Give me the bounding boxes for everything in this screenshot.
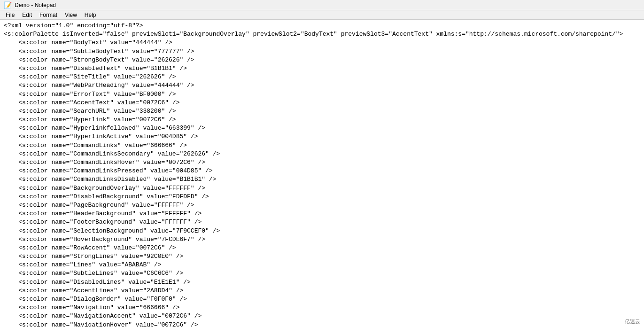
xml-line: <s:color name="DisabledLines" value="E1E… (4, 278, 640, 287)
xml-line: <s:color name="Navigation" value="666666… (4, 304, 640, 312)
xml-line: <s:color name="SelectionBackground" valu… (4, 227, 640, 235)
xml-line: <s:color name="DisabledText" value="B1B1… (4, 64, 640, 73)
xml-line: <s:color name="StrongLines" value="92C0E… (4, 252, 640, 261)
xml-line: <s:color name="AccentLines" value="2A8DD… (4, 287, 640, 295)
xml-line: <s:color name="BackgroundOverlay" value=… (4, 184, 640, 193)
xml-line: <s:color name="NavigationHover" value="0… (4, 321, 640, 327)
xml-line: <s:color name="CommandLinksHover" value=… (4, 158, 640, 167)
watermark: 亿速云 (625, 318, 640, 325)
xml-line: <s:color name="SiteTitle" value="262626"… (4, 73, 640, 81)
xml-line: <s:color name="DisabledBackground" value… (4, 193, 640, 201)
xml-line: <s:color name="PageBackground" value="FF… (4, 201, 640, 210)
xml-line: <s:color name="Hyperlinkfollowed" value=… (4, 124, 640, 132)
xml-line: <s:color name="HyperlinkActive" value="0… (4, 132, 640, 141)
menu-file[interactable]: File (2, 10, 18, 20)
xml-line: <s:color name="CommandLinksDisabled" val… (4, 175, 640, 184)
xml-line: <s:color name="SubtleLines" value="C6C6C… (4, 269, 640, 278)
xml-line: <s:color name="RowAccent" value="0072C6"… (4, 244, 640, 252)
menu-view[interactable]: View (61, 10, 81, 20)
xml-line: <s:color name="Lines" value="ABABAB" /> (4, 261, 640, 269)
xml-line: <s:color name="NavigationAccent" value="… (4, 312, 640, 320)
xml-line: <?xml version="1.0" encoding="utf-8"?> (4, 22, 640, 30)
notepad-icon: 📝 (4, 1, 12, 9)
menu-format[interactable]: Format (36, 10, 61, 20)
xml-line: <s:color name="StrongBodyText" value="26… (4, 56, 640, 64)
xml-line: <s:color name="CommandLinksSecondary" va… (4, 150, 640, 158)
xml-line: <s:color name="Hyperlink" value="0072C6"… (4, 116, 640, 124)
xml-line: <s:color name="SubtleBodyText" value="77… (4, 47, 640, 56)
xml-line: <s:color name="WebPartHeading" value="44… (4, 81, 640, 90)
xml-line: <s:color name="AccentText" value="0072C6… (4, 99, 640, 107)
xml-line: <s:colorPalette isInverted="false" previ… (4, 30, 640, 39)
xml-line: <s:color name="HoverBackground" value="7… (4, 235, 640, 244)
xml-line: <s:color name="FooterBackground" value="… (4, 218, 640, 226)
menu-bar: FileEditFormatViewHelp (0, 10, 644, 20)
menu-help[interactable]: Help (81, 10, 100, 20)
menu-edit[interactable]: Edit (18, 10, 36, 20)
xml-line: <s:color name="DialogBorder" value="F0F0… (4, 295, 640, 304)
xml-line: <s:color name="CommandLinks" value="6666… (4, 141, 640, 150)
xml-line: <s:color name="CommandLinksPressed" valu… (4, 167, 640, 175)
xml-line: <s:color name="HeaderBackground" value="… (4, 210, 640, 218)
title-bar: 📝 Demo - Notepad (0, 0, 644, 10)
xml-line: <s:color name="SearchURL" value="338200"… (4, 107, 640, 116)
content-area[interactable]: <?xml version="1.0" encoding="utf-8"?><s… (0, 20, 644, 327)
title-text: Demo - Notepad (15, 2, 56, 8)
xml-line: <s:color name="BodyText" value="444444" … (4, 39, 640, 47)
xml-line: <s:color name="ErrorText" value="BF0000"… (4, 90, 640, 99)
